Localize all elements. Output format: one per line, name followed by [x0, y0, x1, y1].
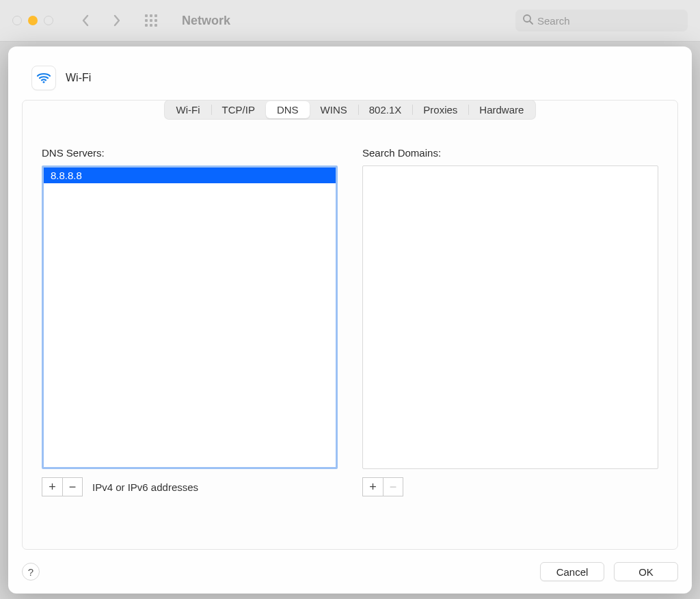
tab-proxies[interactable]: Proxies — [412, 101, 468, 118]
dns-servers-column: DNS Servers: 8.8.8.8 + − IPv4 or IPv6 ad… — [42, 147, 338, 496]
window-title: Network — [182, 14, 230, 28]
dns-servers-label: DNS Servers: — [42, 147, 338, 159]
window-toolbar: Network Search — [0, 0, 700, 42]
help-button[interactable]: ? — [22, 563, 40, 581]
network-advanced-sheet: Wi-Fi Wi-Fi TCP/IP DNS WINS 802.1X Proxi… — [8, 46, 692, 594]
dns-servers-list[interactable]: 8.8.8.8 — [42, 165, 338, 469]
zoom-window-button[interactable] — [44, 16, 53, 25]
dns-remove-button[interactable]: − — [62, 477, 83, 496]
tab-bar: Wi-Fi TCP/IP DNS WINS 802.1X Proxies Har… — [42, 100, 658, 120]
close-window-button[interactable] — [12, 16, 22, 25]
svg-line-1 — [530, 21, 533, 24]
minimize-window-button[interactable] — [28, 16, 38, 25]
search-icon — [522, 14, 533, 27]
search-domains-column: Search Domains: + − — [362, 147, 658, 496]
svg-point-2 — [43, 81, 45, 83]
tab-wins[interactable]: WINS — [310, 101, 358, 118]
dns-add-button[interactable]: + — [42, 477, 62, 496]
search-domains-list[interactable] — [362, 165, 658, 469]
show-all-icon[interactable] — [145, 14, 157, 27]
domains-remove-button[interactable]: − — [383, 477, 403, 496]
content-frame: Wi-Fi TCP/IP DNS WINS 802.1X Proxies Har… — [22, 100, 678, 550]
tab-wifi[interactable]: Wi-Fi — [165, 101, 211, 118]
toolbar-search[interactable]: Search — [515, 10, 688, 31]
back-button[interactable] — [79, 14, 92, 27]
tab-dns[interactable]: DNS — [266, 101, 310, 118]
domains-add-remove-group: + − — [362, 477, 403, 496]
dns-hint: IPv4 or IPv6 addresses — [92, 481, 198, 493]
ok-button[interactable]: OK — [614, 562, 678, 581]
forward-button[interactable] — [111, 14, 123, 27]
sheet-title: Wi-Fi — [66, 72, 91, 84]
cancel-button[interactable]: Cancel — [540, 562, 604, 581]
dns-server-row[interactable]: 8.8.8.8 — [44, 168, 336, 183]
tab-8021x[interactable]: 802.1X — [358, 101, 413, 118]
tab-hardware[interactable]: Hardware — [468, 101, 535, 118]
traffic-lights — [12, 16, 53, 25]
dns-add-remove-group: + − — [42, 477, 83, 496]
tab-tcpip[interactable]: TCP/IP — [211, 101, 266, 118]
search-domains-label: Search Domains: — [362, 147, 658, 159]
sheet-footer: ? Cancel OK — [22, 562, 678, 581]
wifi-icon — [31, 66, 56, 90]
domains-add-button[interactable]: + — [362, 477, 383, 496]
search-placeholder: Search — [537, 15, 570, 27]
